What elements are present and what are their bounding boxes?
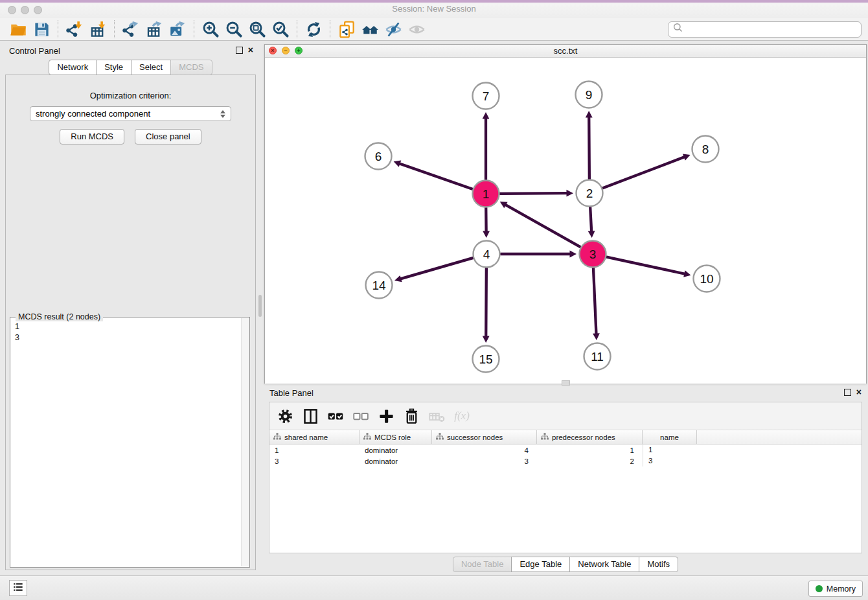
edge-2-3[interactable] <box>590 207 591 231</box>
result-scrollbar[interactable] <box>241 318 249 566</box>
column-label: name <box>660 433 679 441</box>
column-label: successor nodes <box>447 433 503 441</box>
edge-2-9[interactable] <box>589 117 589 179</box>
cell-predecessor-nodes[interactable]: 2 <box>537 457 643 465</box>
node-label-14: 14 <box>372 279 386 292</box>
window-title: Session: New Session <box>0 4 868 14</box>
column-header-successor-nodes[interactable]: successor nodes <box>432 430 537 444</box>
edge-arrowhead-4-14 <box>394 275 402 282</box>
cell-name[interactable]: 3 <box>643 456 697 467</box>
edge-2-8[interactable] <box>603 157 684 189</box>
table-row[interactable]: 1dominator411 <box>269 444 862 456</box>
float-table-panel-icon[interactable] <box>844 389 851 396</box>
edge-arrowhead-2-3 <box>588 231 595 238</box>
column-type-icon <box>436 433 444 441</box>
import-network-icon[interactable] <box>63 19 86 39</box>
edge-4-15[interactable] <box>486 268 486 336</box>
run-mcds-button[interactable]: Run MCDS <box>60 129 124 144</box>
table-panel-tabs: Node TableEdge TableNetwork TableMotifs <box>264 557 867 572</box>
tab-motifs[interactable]: Motifs <box>639 557 678 572</box>
column-label: MCDS role <box>374 433 411 441</box>
column-header-MCDS-role[interactable]: MCDS role <box>360 430 432 444</box>
cell-name[interactable]: 1 <box>643 444 697 456</box>
delete-columns-icon[interactable] <box>402 407 420 425</box>
close-table-panel-icon[interactable]: × <box>856 389 862 396</box>
export-table-icon[interactable] <box>143 19 166 39</box>
hide-graphics-details-icon[interactable] <box>382 19 405 39</box>
first-neighbors-icon[interactable] <box>358 19 382 39</box>
edge-arrowhead-3-11 <box>593 333 600 340</box>
close-panel-button[interactable]: Close panel <box>135 129 201 144</box>
tab-node-table[interactable]: Node Table <box>453 557 512 572</box>
criterion-value: strongly connected component <box>36 109 220 119</box>
column-label: predecessor nodes <box>552 433 615 441</box>
edge-1-2[interactable] <box>500 193 567 194</box>
column-type-icon <box>541 433 549 441</box>
search-box[interactable] <box>668 21 862 38</box>
window-resize-grip[interactable] <box>562 380 570 386</box>
result-line: 3 <box>15 332 246 343</box>
control-panel: Control Panel × NetworkStyleSelectMCDS O… <box>5 44 256 570</box>
zoom-fit-icon[interactable] <box>246 19 269 39</box>
function-builder-icon: f(x) <box>453 407 471 425</box>
edge-3-1[interactable] <box>506 205 580 247</box>
edge-4-14[interactable] <box>401 258 473 279</box>
table-row[interactable]: 3dominator323 <box>269 456 862 467</box>
deselect-all-checkboxes-icon[interactable] <box>352 407 370 425</box>
table-options-gear-icon[interactable] <box>276 407 294 425</box>
criterion-dropdown[interactable]: strongly connected component <box>30 106 231 121</box>
node-label-6: 6 <box>375 150 382 163</box>
cell-predecessor-nodes[interactable]: 1 <box>537 446 643 454</box>
cell-shared-name[interactable]: 1 <box>269 446 360 454</box>
cell-successor-nodes[interactable]: 3 <box>432 457 537 465</box>
menu-list-icon <box>12 581 25 596</box>
task-history-button[interactable] <box>9 580 27 596</box>
panel-splitter[interactable] <box>258 295 262 317</box>
edge-arrowhead-1-4 <box>483 231 490 238</box>
import-table-icon[interactable] <box>86 19 109 39</box>
column-header-name[interactable]: name <box>643 430 697 444</box>
export-image-icon[interactable] <box>166 19 189 39</box>
select-all-checkboxes-icon[interactable] <box>326 407 345 425</box>
column-header-predecessor-nodes[interactable]: predecessor nodes <box>537 430 643 444</box>
tab-style[interactable]: Style <box>96 60 131 75</box>
zoom-in-icon[interactable] <box>199 19 222 39</box>
zoom-selected-icon[interactable] <box>269 19 292 39</box>
tab-select[interactable]: Select <box>131 60 171 75</box>
cell-shared-name[interactable]: 3 <box>269 457 360 465</box>
tab-edge-table[interactable]: Edge Table <box>511 557 570 572</box>
network-canvas[interactable]: 7968124314101511 <box>265 58 866 384</box>
search-input[interactable] <box>685 23 861 36</box>
search-icon <box>672 21 685 37</box>
edge-arrowhead-1-2 <box>566 190 573 197</box>
tab-network-table[interactable]: Network Table <box>569 557 639 572</box>
toolbar-separator <box>194 20 194 38</box>
float-panel-icon[interactable] <box>236 47 243 54</box>
toggle-column-view-icon[interactable] <box>301 407 319 425</box>
apply-layout-icon[interactable] <box>302 19 325 39</box>
network-window-titlebar[interactable]: × − + scc.txt <box>265 45 866 58</box>
edge-3-11[interactable] <box>593 268 596 334</box>
column-header-shared-name[interactable]: shared name <box>269 430 360 444</box>
create-column-icon[interactable] <box>377 407 395 425</box>
network-window: × − + scc.txt 7968124314101511 <box>264 44 867 384</box>
memory-button[interactable]: Memory <box>808 581 863 597</box>
result-line: 1 <box>15 321 246 332</box>
node-label-1: 1 <box>483 187 490 201</box>
tab-mcds[interactable]: MCDS <box>170 60 212 75</box>
zoom-out-icon[interactable] <box>222 19 246 39</box>
mcds-tab-content: Optimization criterion: strongly connect… <box>5 75 256 570</box>
edge-1-6[interactable] <box>400 164 473 189</box>
close-panel-icon[interactable]: × <box>248 47 253 54</box>
cell-MCDS-role[interactable]: dominator <box>360 446 432 454</box>
save-session-icon[interactable] <box>30 19 53 39</box>
export-network-icon[interactable] <box>119 19 143 39</box>
edge-3-10[interactable] <box>607 257 685 274</box>
cell-successor-nodes[interactable]: 4 <box>432 446 537 454</box>
cell-MCDS-role[interactable]: dominator <box>360 457 432 465</box>
open-session-icon[interactable] <box>6 19 30 39</box>
tab-network[interactable]: Network <box>49 60 97 75</box>
node-label-3: 3 <box>589 248 597 261</box>
node-label-10: 10 <box>700 272 713 286</box>
clone-network-icon[interactable] <box>335 19 358 39</box>
